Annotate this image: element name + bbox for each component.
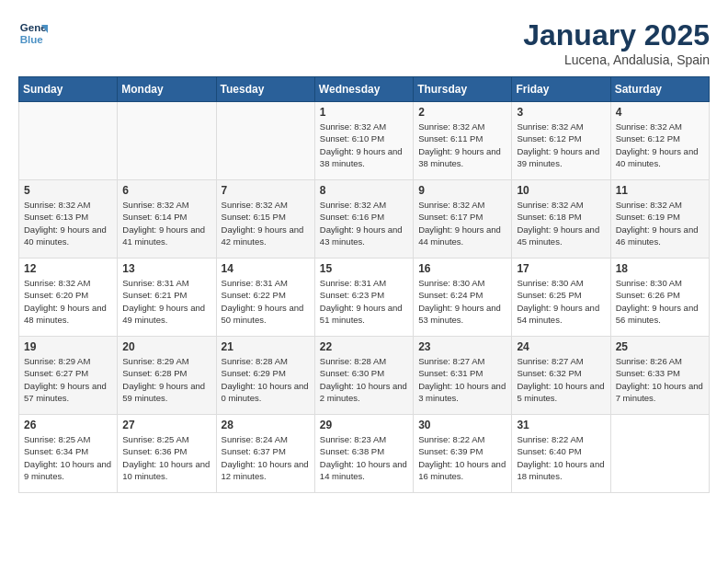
calendar: SundayMondayTuesdayWednesdayThursdayFrid… xyxy=(18,76,710,493)
calendar-cell: 20Sunrise: 8:29 AM Sunset: 6:28 PM Dayli… xyxy=(118,337,216,415)
day-info: Sunrise: 8:31 AM Sunset: 6:23 PM Dayligh… xyxy=(320,277,408,326)
calendar-cell: 16Sunrise: 8:30 AM Sunset: 6:24 PM Dayli… xyxy=(414,259,512,337)
day-info: Sunrise: 8:32 AM Sunset: 6:11 PM Dayligh… xyxy=(418,121,506,169)
calendar-cell: 6Sunrise: 8:32 AM Sunset: 6:14 PM Daylig… xyxy=(118,180,216,259)
calendar-week-row: 12Sunrise: 8:32 AM Sunset: 6:20 PM Dayli… xyxy=(19,259,710,337)
day-number: 6 xyxy=(122,184,210,197)
day-number: 2 xyxy=(418,106,506,119)
calendar-cell xyxy=(19,102,118,180)
day-info: Sunrise: 8:30 AM Sunset: 6:26 PM Dayligh… xyxy=(616,277,704,326)
calendar-cell: 26Sunrise: 8:25 AM Sunset: 6:34 PM Dayli… xyxy=(19,415,118,493)
day-number: 23 xyxy=(418,340,506,353)
location-title: Lucena, Andalusia, Spain xyxy=(523,52,710,67)
day-info: Sunrise: 8:27 AM Sunset: 6:32 PM Dayligh… xyxy=(517,355,605,404)
day-number: 9 xyxy=(418,184,506,197)
day-info: Sunrise: 8:24 AM Sunset: 6:37 PM Dayligh… xyxy=(222,433,310,482)
calendar-cell: 7Sunrise: 8:32 AM Sunset: 6:15 PM Daylig… xyxy=(216,180,314,259)
day-info: Sunrise: 8:30 AM Sunset: 6:24 PM Dayligh… xyxy=(418,277,506,326)
day-number: 17 xyxy=(517,262,605,275)
day-info: Sunrise: 8:29 AM Sunset: 6:27 PM Dayligh… xyxy=(24,355,112,404)
calendar-cell: 27Sunrise: 8:25 AM Sunset: 6:36 PM Dayli… xyxy=(118,415,216,493)
weekday-header-sunday: Sunday xyxy=(19,77,118,102)
day-number: 12 xyxy=(24,262,112,275)
calendar-cell: 21Sunrise: 8:28 AM Sunset: 6:29 PM Dayli… xyxy=(216,337,314,415)
day-number: 15 xyxy=(320,262,408,275)
day-number: 11 xyxy=(616,184,704,197)
day-info: Sunrise: 8:22 AM Sunset: 6:40 PM Dayligh… xyxy=(517,433,605,482)
calendar-cell xyxy=(610,415,709,493)
day-info: Sunrise: 8:26 AM Sunset: 6:33 PM Dayligh… xyxy=(616,355,704,404)
day-number: 27 xyxy=(122,419,210,431)
calendar-cell: 23Sunrise: 8:27 AM Sunset: 6:31 PM Dayli… xyxy=(414,337,512,415)
calendar-cell xyxy=(216,102,314,180)
calendar-cell: 5Sunrise: 8:32 AM Sunset: 6:13 PM Daylig… xyxy=(19,180,118,259)
day-info: Sunrise: 8:31 AM Sunset: 6:22 PM Dayligh… xyxy=(222,277,310,326)
calendar-cell: 8Sunrise: 8:32 AM Sunset: 6:16 PM Daylig… xyxy=(314,180,413,259)
month-title: January 2025 xyxy=(523,18,710,52)
calendar-week-row: 5Sunrise: 8:32 AM Sunset: 6:13 PM Daylig… xyxy=(19,180,710,259)
day-number: 8 xyxy=(320,184,408,197)
day-info: Sunrise: 8:32 AM Sunset: 6:13 PM Dayligh… xyxy=(24,199,112,247)
day-number: 29 xyxy=(320,419,408,431)
calendar-week-row: 19Sunrise: 8:29 AM Sunset: 6:27 PM Dayli… xyxy=(19,337,710,415)
calendar-cell: 22Sunrise: 8:28 AM Sunset: 6:30 PM Dayli… xyxy=(314,337,413,415)
calendar-cell: 29Sunrise: 8:23 AM Sunset: 6:38 PM Dayli… xyxy=(314,415,413,493)
day-info: Sunrise: 8:30 AM Sunset: 6:25 PM Dayligh… xyxy=(517,277,605,326)
day-info: Sunrise: 8:32 AM Sunset: 6:14 PM Dayligh… xyxy=(122,199,210,247)
day-number: 14 xyxy=(222,262,310,275)
title-area: January 2025 Lucena, Andalusia, Spain xyxy=(523,18,710,67)
day-info: Sunrise: 8:32 AM Sunset: 6:12 PM Dayligh… xyxy=(517,121,605,169)
day-number: 4 xyxy=(616,106,704,119)
day-number: 30 xyxy=(418,419,506,431)
calendar-cell: 10Sunrise: 8:32 AM Sunset: 6:18 PM Dayli… xyxy=(512,180,610,259)
day-info: Sunrise: 8:31 AM Sunset: 6:21 PM Dayligh… xyxy=(122,277,210,326)
day-info: Sunrise: 8:25 AM Sunset: 6:34 PM Dayligh… xyxy=(24,433,112,482)
day-number: 24 xyxy=(517,340,605,353)
day-number: 13 xyxy=(122,262,210,275)
day-info: Sunrise: 8:23 AM Sunset: 6:38 PM Dayligh… xyxy=(320,433,408,482)
day-info: Sunrise: 8:32 AM Sunset: 6:12 PM Dayligh… xyxy=(616,121,704,169)
day-number: 28 xyxy=(222,419,310,431)
calendar-cell: 9Sunrise: 8:32 AM Sunset: 6:17 PM Daylig… xyxy=(414,180,512,259)
day-info: Sunrise: 8:32 AM Sunset: 6:15 PM Dayligh… xyxy=(222,199,310,247)
calendar-cell: 11Sunrise: 8:32 AM Sunset: 6:19 PM Dayli… xyxy=(610,180,709,259)
day-info: Sunrise: 8:32 AM Sunset: 6:16 PM Dayligh… xyxy=(320,199,408,247)
day-info: Sunrise: 8:28 AM Sunset: 6:29 PM Dayligh… xyxy=(222,355,310,404)
calendar-cell: 14Sunrise: 8:31 AM Sunset: 6:22 PM Dayli… xyxy=(216,259,314,337)
calendar-cell: 3Sunrise: 8:32 AM Sunset: 6:12 PM Daylig… xyxy=(512,102,610,180)
calendar-cell: 4Sunrise: 8:32 AM Sunset: 6:12 PM Daylig… xyxy=(610,102,709,180)
day-info: Sunrise: 8:32 AM Sunset: 6:20 PM Dayligh… xyxy=(24,277,112,326)
calendar-week-row: 26Sunrise: 8:25 AM Sunset: 6:34 PM Dayli… xyxy=(19,415,710,493)
day-number: 1 xyxy=(320,106,408,119)
weekday-header-saturday: Saturday xyxy=(610,77,709,102)
weekday-header-friday: Friday xyxy=(512,77,610,102)
day-info: Sunrise: 8:27 AM Sunset: 6:31 PM Dayligh… xyxy=(418,355,506,404)
day-number: 18 xyxy=(616,262,704,275)
day-number: 3 xyxy=(517,106,605,119)
calendar-cell: 15Sunrise: 8:31 AM Sunset: 6:23 PM Dayli… xyxy=(314,259,413,337)
day-number: 5 xyxy=(24,184,112,197)
header: General Blue January 2025 Lucena, Andalu… xyxy=(18,18,710,67)
day-number: 22 xyxy=(320,340,408,353)
weekday-header-monday: Monday xyxy=(118,77,216,102)
calendar-cell: 13Sunrise: 8:31 AM Sunset: 6:21 PM Dayli… xyxy=(118,259,216,337)
calendar-cell: 24Sunrise: 8:27 AM Sunset: 6:32 PM Dayli… xyxy=(512,337,610,415)
weekday-header-tuesday: Tuesday xyxy=(216,77,314,102)
weekday-header-thursday: Thursday xyxy=(414,77,512,102)
calendar-cell: 31Sunrise: 8:22 AM Sunset: 6:40 PM Dayli… xyxy=(512,415,610,493)
day-info: Sunrise: 8:25 AM Sunset: 6:36 PM Dayligh… xyxy=(122,433,210,482)
weekday-header-wednesday: Wednesday xyxy=(314,77,413,102)
calendar-cell xyxy=(118,102,216,180)
calendar-cell: 2Sunrise: 8:32 AM Sunset: 6:11 PM Daylig… xyxy=(414,102,512,180)
day-number: 26 xyxy=(24,419,112,431)
day-info: Sunrise: 8:32 AM Sunset: 6:10 PM Dayligh… xyxy=(320,121,408,169)
day-info: Sunrise: 8:28 AM Sunset: 6:30 PM Dayligh… xyxy=(320,355,408,404)
day-number: 21 xyxy=(222,340,310,353)
day-number: 10 xyxy=(517,184,605,197)
logo-icon: General Blue xyxy=(18,18,48,48)
day-number: 20 xyxy=(122,340,210,353)
day-info: Sunrise: 8:29 AM Sunset: 6:28 PM Dayligh… xyxy=(122,355,210,404)
day-number: 19 xyxy=(24,340,112,353)
day-number: 25 xyxy=(616,340,704,353)
calendar-cell: 12Sunrise: 8:32 AM Sunset: 6:20 PM Dayli… xyxy=(19,259,118,337)
